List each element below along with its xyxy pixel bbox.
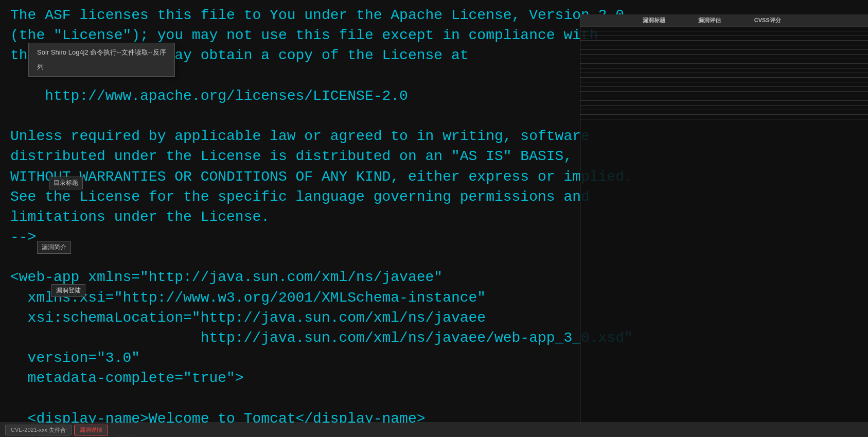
right-panel-row — [580, 68, 868, 73]
bottom-bar-cve[interactable]: CVE-2021-xxx 失件合 — [5, 425, 72, 435]
right-panel-row — [580, 82, 868, 87]
context-menu-item-col[interactable]: 列 — [29, 60, 174, 74]
bottom-bar-vuln-detail[interactable]: 漏洞详情 — [74, 425, 108, 435]
right-panel-row — [580, 78, 868, 82]
right-panel: 漏洞标题漏洞评估CVSS评分 — [580, 14, 868, 437]
right-panel-row — [580, 27, 868, 31]
right-panel-row — [580, 106, 868, 110]
right-panel-row — [580, 59, 868, 64]
label-vuln-intro: 漏洞简介 — [37, 241, 71, 254]
right-panel-row — [580, 50, 868, 55]
right-panel-row — [580, 55, 868, 59]
right-panel-row — [580, 92, 868, 96]
right-panel-row — [580, 87, 868, 92]
right-panel-row — [580, 73, 868, 78]
right-panel-row — [580, 36, 868, 41]
right-panel-header: 漏洞标题漏洞评估CVSS评分 — [580, 14, 868, 27]
right-panel-row — [580, 101, 868, 106]
context-menu-item-solr[interactable]: Solr Shiro Log4j2 命令执行--文件读取--反序 — [29, 45, 174, 60]
label-directory: 目录标题 — [49, 177, 83, 189]
bottom-bar: CVE-2021-xxx 失件合 漏洞详情 — [0, 423, 868, 437]
right-panel-row — [580, 41, 868, 45]
label-vuln-login: 漏洞登陆 — [51, 284, 85, 297]
right-panel-row — [580, 64, 868, 68]
right-panel-row — [580, 31, 868, 36]
right-panel-row — [580, 110, 868, 115]
context-menu-1: Solr Shiro Log4j2 命令执行--文件读取--反序 列 — [28, 43, 175, 77]
right-panel-row — [580, 45, 868, 50]
right-panel-row — [580, 115, 868, 119]
right-panel-row — [580, 96, 868, 101]
